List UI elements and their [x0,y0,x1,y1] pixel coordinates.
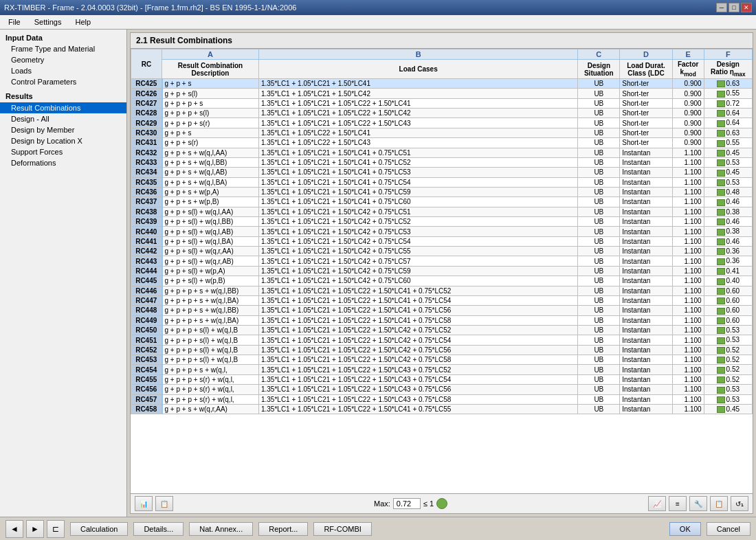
table-row[interactable]: RC432 g + p + s + w(q,l,AA) 1.35*LC1 + 1… [131,148,753,157]
row-description: g + p + s(l) + w(q,l,BA) [162,236,259,246]
row-description: g + p + s [162,128,259,137]
table-row[interactable]: RC440 g + p + s(l) + w(q,l,AB) 1.35*LC1 … [131,227,753,236]
table-row[interactable]: RC444 g + p + s(l) + w(p,A) 1.35*LC1 + 1… [131,266,753,275]
row-ldc: Instantan [620,365,672,374]
nav-home-button[interactable]: ⊏ [47,520,65,538]
sidebar-item-support-forces[interactable]: Support Forces [0,146,126,157]
table-container[interactable]: RC A B C D E F Result CombinationDescrip… [131,49,753,493]
rc-id: RC442 [131,247,162,256]
sidebar-item-deformations[interactable]: Deformations [0,157,126,168]
sidebar-item-design-by-location[interactable]: Design by Location X [0,135,126,146]
table-row[interactable]: RC438 g + p + s(l) + w(q,l,AA) 1.35*LC1 … [131,207,753,216]
sub-header-result-desc: Result CombinationDescription [162,60,259,79]
row-situation: UB [578,315,620,325]
row-ldc: Instantan [620,168,672,177]
row-load-cases: 1.35*LC1 + 1.05*LC21 + 1.05*LC22 + 1.50*… [258,98,577,108]
menu-settings[interactable]: Settings [29,16,67,27]
print-btn[interactable]: 📋 [155,496,173,511]
table-row[interactable]: RC425 g + p + s 1.35*LC1 + 1.05*LC21 + 1… [131,79,753,89]
calculation-button[interactable]: Calculation [70,522,128,536]
nat-annex-button[interactable]: Nat. Annex... [189,522,253,536]
sidebar-item-result-combinations[interactable]: Result Combinations [0,102,126,113]
sidebar-item-control-params[interactable]: Control Parameters [0,76,126,87]
rf-combi-button[interactable]: RF-COMBI [313,522,371,536]
rc-id: RC436 [131,187,162,196]
row-situation: UB [578,306,620,315]
row-ldc: Instantan [620,335,672,345]
row-factor: 1.100 [672,345,704,355]
table-row[interactable]: RC447 g + p + p + s + w(q,l,BA) 1.35*LC1… [131,295,753,305]
table-row[interactable]: RC449 g + p + p + s + w(q,l,BA) 1.35*LC1… [131,315,753,325]
table-row[interactable]: RC439 g + p + s(l) + w(q,l,BB) 1.35*LC1 … [131,217,753,227]
table-row[interactable]: RC427 g + p + p + s 1.35*LC1 + 1.05*LC21… [131,98,753,108]
menu-file[interactable]: File [3,16,26,27]
row-ldc: Short-ter [620,89,672,98]
filter-btn[interactable]: 🔧 [689,496,707,511]
row-situation: UB [578,345,620,355]
rc-id: RC432 [131,148,162,157]
table-row[interactable]: RC428 g + p + p + s(l) 1.35*LC1 + 1.05*L… [131,109,753,118]
table-row[interactable]: RC451 g + p + p + s(l) + w(q,l,B 1.35*LC… [131,335,753,345]
table-row[interactable]: RC443 g + p + s(l) + w(q,r,AB) 1.35*LC1 … [131,256,753,266]
row-load-cases: 1.35*LC1 + 1.05*LC21 + 1.50*LC41 + 0.75*… [258,148,577,157]
menu-help[interactable]: Help [69,16,96,27]
table-row[interactable]: RC431 g + p + s(r) 1.35*LC1 + 1.05*LC22 … [131,138,753,148]
ok-button[interactable]: OK [669,522,701,536]
row-load-cases: 1.35*LC1 + 1.05*LC21 + 1.50*LC41 + 0.75*… [258,157,577,167]
info-btn[interactable]: 📋 [710,496,728,511]
row-ldc: Instantan [620,247,672,256]
row-load-cases: 1.35*LC1 + 1.05*LC21 + 1.05*LC22 + 1.50*… [258,286,577,295]
table-row[interactable]: RC452 g + p + p + s(l) + w(q,l,B 1.35*LC… [131,345,753,355]
table-row[interactable]: RC435 g + p + s + w(q,l,BA) 1.35*LC1 + 1… [131,177,753,187]
rc-id: RC458 [131,404,162,414]
table-row[interactable]: RC434 g + p + s + w(q,l,AB) 1.35*LC1 + 1… [131,168,753,177]
nav-next-button[interactable]: ► [26,520,44,538]
table-row[interactable]: RC448 g + p + p + s + w(q,l,BB) 1.35*LC1… [131,306,753,315]
graph-btn[interactable]: 📈 [648,496,666,511]
table-row[interactable]: RC437 g + p + s + w(p,B) 1.35*LC1 + 1.05… [131,197,753,207]
row-ratio: 0.60 [704,306,752,315]
table-row[interactable]: RC455 g + p + p + s(r) + w(q,l, 1.35*LC1… [131,374,753,384]
table-row[interactable]: RC458 g + p + s + w(q,r,AA) 1.35*LC1 + 1… [131,404,753,414]
table-row[interactable]: RC457 g + p + p + s(r) + w(q,l, 1.35*LC1… [131,394,753,404]
table-row[interactable]: RC454 g + p + p + s + w(q,l, 1.35*LC1 + … [131,365,753,374]
row-ldc: Instantan [620,315,672,325]
row-ratio: 0.60 [704,295,752,305]
row-ldc: Instantan [620,187,672,196]
export-btn[interactable]: 📊 [135,496,153,511]
nav-prev-button[interactable]: ◄ [5,520,23,538]
sidebar-item-loads[interactable]: Loads [0,65,126,76]
row-load-cases: 1.35*LC1 + 1.05*LC21 + 1.50*LC41 + 0.75*… [258,187,577,196]
table-row[interactable]: RC446 g + p + p + s + w(q,l,BB) 1.35*LC1… [131,286,753,295]
row-description: g + p + s(l) + w(p,A) [162,266,259,275]
table-row[interactable]: RC441 g + p + s(l) + w(q,l,BA) 1.35*LC1 … [131,236,753,246]
maximize-button[interactable]: □ [729,3,740,12]
row-ratio: 0.60 [704,315,752,325]
row-situation: UB [578,276,620,286]
row-situation: UB [578,89,620,98]
close-button[interactable]: ✕ [741,3,752,12]
minimize-button[interactable]: ─ [716,3,727,12]
row-ldc: Instantan [620,266,672,275]
table-row[interactable]: RC442 g + p + s(l) + w(q,r,AA) 1.35*LC1 … [131,247,753,256]
rc-id: RC428 [131,109,162,118]
table-row[interactable]: RC445 g + p + s(l) + w(p,B) 1.35*LC1 + 1… [131,276,753,286]
sidebar-item-frame-type[interactable]: Frame Type and Material [0,43,126,54]
table-row[interactable]: RC426 g + p + s(l) 1.35*LC1 + 1.05*LC21 … [131,89,753,98]
reset-btn[interactable]: ↺₁ [731,496,748,511]
table-row[interactable]: RC429 g + p + p + s(r) 1.35*LC1 + 1.05*L… [131,118,753,128]
table-row[interactable]: RC456 g + p + p + s(r) + w(q,l, 1.35*LC1… [131,385,753,394]
table-row[interactable]: RC450 g + p + p + s(l) + w(q,l,B 1.35*LC… [131,325,753,335]
details-button[interactable]: Details... [133,522,184,536]
table-row[interactable]: RC453 g + p + p + s(l) + w(q,l,B 1.35*LC… [131,355,753,365]
table-row[interactable]: RC430 g + p + s 1.35*LC1 + 1.05*LC22 + 1… [131,128,753,137]
table-row[interactable]: RC433 g + p + s + w(q,l,BB) 1.35*LC1 + 1… [131,157,753,167]
row-description: g + p + p + s + w(q,l,BB) [162,286,259,295]
cancel-button[interactable]: Cancel [707,522,751,536]
sidebar-item-design-all[interactable]: Design - All [0,113,126,124]
sidebar-item-geometry[interactable]: Geometry [0,54,126,65]
sidebar-item-design-by-member[interactable]: Design by Member [0,124,126,135]
table-btn[interactable]: ≡ [669,496,687,511]
report-button[interactable]: Report... [258,522,308,536]
table-row[interactable]: RC436 g + p + s + w(p,A) 1.35*LC1 + 1.05… [131,187,753,196]
